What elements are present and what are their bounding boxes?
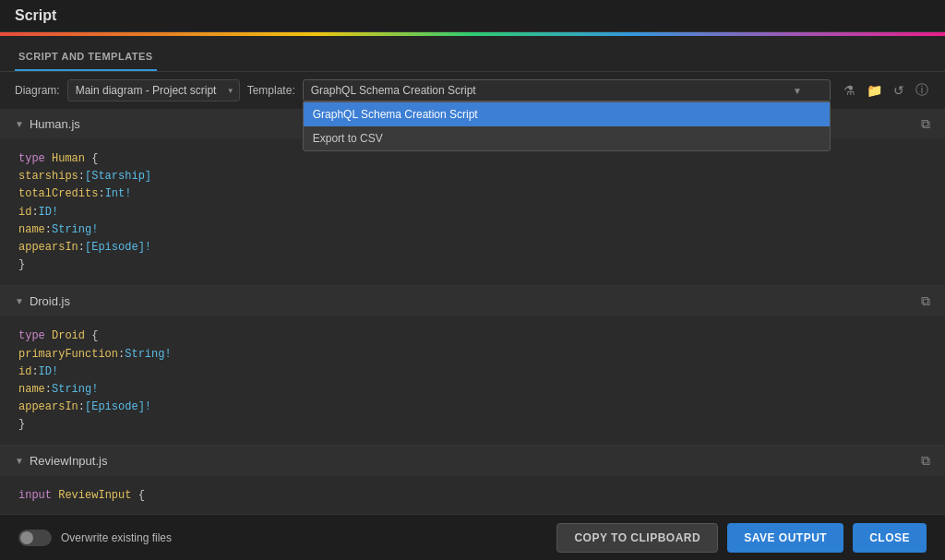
code-block: type Human { starships:[Starship] totalC… xyxy=(0,139,945,285)
code-line: name:String! xyxy=(18,381,927,399)
dropdown-item-graphql[interactable]: GraphQL Schema Creation Script xyxy=(304,102,830,126)
code-line: id:ID! xyxy=(18,204,927,221)
code-token: primaryFunction xyxy=(18,348,118,361)
code-token: : xyxy=(31,365,38,378)
window-title: Script xyxy=(15,7,56,23)
title-bar: Script xyxy=(0,0,945,32)
code-token: : xyxy=(45,383,52,396)
code-token: { xyxy=(131,489,144,502)
code-line: } xyxy=(18,416,927,434)
code-line: } xyxy=(18,256,927,274)
code-token xyxy=(45,152,52,165)
code-token: Int! xyxy=(105,187,132,200)
code-token: String! xyxy=(125,348,171,361)
code-line: starships:[Starship] xyxy=(18,168,927,185)
code-token: [Episode]! xyxy=(85,400,151,413)
section-header-Droid-js[interactable]: ▼Droid.js⧉ xyxy=(0,286,945,316)
template-wrapper: GraphQL Schema Creation Script ▼ GraphQL… xyxy=(303,79,831,101)
close-button[interactable]: CLOSE xyxy=(853,523,927,553)
save-output-button[interactable]: SAVE OUTPUT xyxy=(727,523,843,553)
collapse-arrow-icon: ▼ xyxy=(15,119,24,129)
code-token: input xyxy=(18,489,52,502)
code-token: name xyxy=(18,383,45,396)
code-token: String! xyxy=(52,383,98,396)
code-token: [Starship] xyxy=(85,170,151,183)
toolbar: Diagram: Main diagram - Project script T… xyxy=(0,72,945,109)
code-line: appearsIn:[Episode]! xyxy=(18,239,927,256)
code-token: ID! xyxy=(39,365,59,378)
code-token: totalCredits xyxy=(18,187,98,200)
copy-to-clipboard-button[interactable]: COPY TO CLIPBOARD xyxy=(556,523,718,553)
template-select-box[interactable]: GraphQL Schema Creation Script ▼ xyxy=(303,79,831,101)
tab-script-templates[interactable]: SCRIPT AND TEMPLATES xyxy=(15,45,157,71)
section-header-left: ▼Droid.js xyxy=(15,294,70,308)
chevron-down-icon: ▼ xyxy=(793,86,802,96)
code-token: appearsIn xyxy=(18,241,78,254)
code-line: totalCredits:Int! xyxy=(18,185,927,203)
folder-icon[interactable]: 📁 xyxy=(865,81,884,100)
code-token: } xyxy=(18,258,25,271)
overwrite-toggle[interactable] xyxy=(18,530,52,546)
code-line: id:ID! xyxy=(18,363,927,381)
diagram-select[interactable]: Main diagram - Project script xyxy=(67,79,240,101)
code-token: : xyxy=(78,400,85,413)
code-token: { xyxy=(85,329,98,342)
code-token: : xyxy=(78,170,85,183)
content-area: ▼Human.js⧉type Human { starships:[Starsh… xyxy=(0,109,945,503)
code-token: String! xyxy=(52,223,98,236)
code-block: input ReviewInput { stars:Int! commentar… xyxy=(0,476,945,503)
collapse-arrow-icon: ▼ xyxy=(15,456,24,466)
code-section: ▼Droid.js⧉type Droid { primaryFunction:S… xyxy=(0,286,945,446)
section-filename: Human.js xyxy=(30,117,80,131)
code-token: type xyxy=(18,329,45,342)
code-token: ID! xyxy=(39,206,59,219)
code-line: primaryFunction:String! xyxy=(18,346,927,363)
toggle-label: Overwrite existing files xyxy=(61,531,172,544)
code-token: Human xyxy=(52,152,85,165)
code-token: Droid xyxy=(52,329,85,342)
copy-section-icon[interactable]: ⧉ xyxy=(921,293,930,309)
toolbar-icons: ⚗ 📁 ↺ ⓘ xyxy=(842,80,930,101)
toggle-wrapper: Overwrite existing files xyxy=(18,530,172,546)
code-token: id xyxy=(18,206,31,219)
code-token: { xyxy=(85,152,98,165)
code-token: : xyxy=(31,206,38,219)
code-token: id xyxy=(18,365,31,378)
code-token: type xyxy=(18,152,45,165)
code-token: [Episode]! xyxy=(85,241,151,254)
section-header-left: ▼ReviewInput.js xyxy=(15,454,107,468)
code-line: input ReviewInput { xyxy=(18,487,927,503)
code-token: : xyxy=(78,241,85,254)
collapse-arrow-icon: ▼ xyxy=(15,296,24,306)
code-line: appearsIn:[Episode]! xyxy=(18,399,927,416)
code-token: ReviewInput xyxy=(58,489,131,502)
bottom-bar: Overwrite existing files COPY TO CLIPBOA… xyxy=(0,514,945,560)
dropdown-item-csv[interactable]: Export to CSV xyxy=(304,126,830,150)
code-line: type Droid { xyxy=(18,328,927,345)
code-token xyxy=(45,329,52,342)
diagram-select-wrapper[interactable]: Main diagram - Project script xyxy=(67,79,240,101)
section-filename: Droid.js xyxy=(30,294,70,308)
code-token: : xyxy=(45,223,52,236)
copy-section-icon[interactable]: ⧉ xyxy=(921,453,930,469)
btn-group: COPY TO CLIPBOARD SAVE OUTPUT CLOSE xyxy=(556,523,927,553)
section-header-left: ▼Human.js xyxy=(15,117,80,131)
copy-section-icon[interactable]: ⧉ xyxy=(921,116,930,132)
refresh-icon[interactable]: ↺ xyxy=(891,81,906,100)
code-line: type Human { xyxy=(18,150,927,168)
tabs-bar: SCRIPT AND TEMPLATES xyxy=(0,36,945,72)
code-token: } xyxy=(18,418,25,431)
code-section: ▼ReviewInput.js⧉input ReviewInput { star… xyxy=(0,446,945,503)
code-token: starships xyxy=(18,170,78,183)
filter-icon[interactable]: ⚗ xyxy=(842,81,857,100)
code-token: appearsIn xyxy=(18,400,78,413)
diagram-label: Diagram: xyxy=(15,84,60,97)
template-label: Template: xyxy=(247,84,295,97)
code-line: name:String! xyxy=(18,221,927,239)
section-header-ReviewInput-js[interactable]: ▼ReviewInput.js⧉ xyxy=(0,446,945,476)
info-icon[interactable]: ⓘ xyxy=(914,80,930,101)
code-token: : xyxy=(98,187,104,200)
code-block: type Droid { primaryFunction:String! id:… xyxy=(0,316,945,445)
code-token: name xyxy=(18,223,45,236)
template-value: GraphQL Schema Creation Script xyxy=(311,84,476,97)
